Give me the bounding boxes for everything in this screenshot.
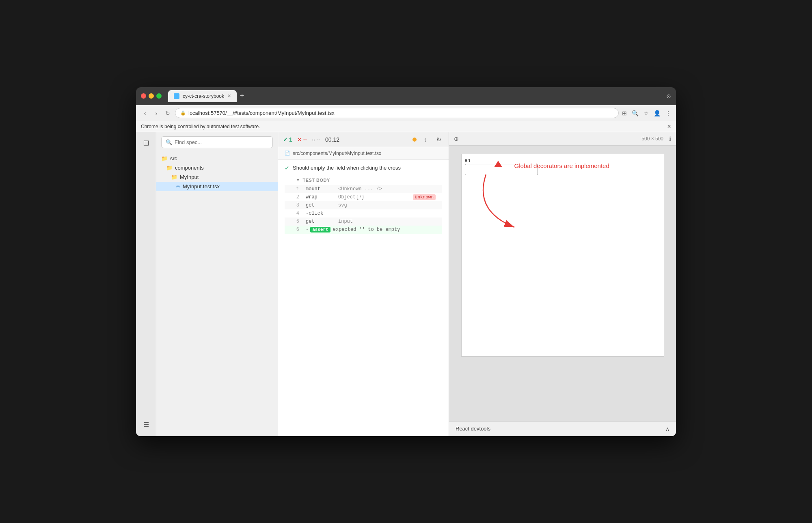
code-table: 1 mount <Unknown ... /> 2 wrap Object{7}…: [285, 185, 442, 234]
test-body-header[interactable]: ▼ TEST BODY: [285, 175, 442, 185]
copy-icon: ❐: [143, 140, 149, 147]
sort-button[interactable]: ↕: [421, 136, 429, 144]
tree-item-myinput[interactable]: 📁 MyInput: [156, 172, 278, 182]
info-icon[interactable]: ℹ: [669, 136, 671, 142]
line-num-5: 5: [291, 219, 299, 224]
tree-label-myinput-test: MyInput.test.tsx: [183, 183, 220, 189]
active-tab[interactable]: cy-ct-cra-storybook ✕: [168, 90, 237, 102]
close-button[interactable]: [141, 93, 146, 99]
annotation-text: Global decorators are implemented: [514, 162, 609, 169]
new-tab-button[interactable]: +: [240, 92, 244, 100]
tab-close-button[interactable]: ✕: [227, 93, 231, 99]
fail-badge: ✕ --: [297, 136, 307, 143]
cmd-get-1: get: [306, 202, 338, 208]
code-row-4[interactable]: 4 -click: [285, 209, 442, 217]
code-row-3[interactable]: 3 get svg: [285, 201, 442, 209]
back-button[interactable]: ‹: [141, 110, 149, 116]
zoom-icon[interactable]: 🔍: [632, 110, 639, 116]
test-file-header: 📄 src/components/MyInput/MyInput.test.ts…: [278, 147, 449, 160]
file-tree: 📁 src 📁 components 📁 MyInput ✳ MyInput.t…: [156, 152, 278, 436]
red-triangle: [494, 161, 502, 167]
maximize-button[interactable]: [156, 93, 162, 99]
test-content: 📄 src/components/MyInput/MyInput.test.ts…: [278, 147, 449, 436]
line-num-6: 6: [291, 227, 299, 232]
minimize-button[interactable]: [149, 93, 154, 99]
chevron-down-icon: ▼: [296, 178, 300, 182]
line-num-4: 4: [291, 211, 299, 216]
preview-toolbar-left: ⊕: [454, 136, 459, 142]
cmd-value-1: <Unknown ... />: [338, 186, 436, 192]
title-bar: cy-ct-cra-storybook ✕ + ⊙: [136, 87, 676, 105]
traffic-lights: [141, 93, 162, 99]
main-content: ❐ ☰ 🔍 📁 src 📁 components: [136, 132, 676, 436]
code-row-1[interactable]: 1 mount <Unknown ... />: [285, 185, 442, 193]
forward-button[interactable]: ›: [152, 110, 160, 116]
extensions-icon[interactable]: ⊞: [622, 110, 627, 116]
reload-tests-button[interactable]: ↻: [434, 136, 444, 144]
check-icon: ✓: [283, 136, 288, 143]
test-suite: ✓ Should empty the field when clicking t…: [278, 160, 449, 238]
tree-item-components[interactable]: 📁 components: [156, 163, 278, 172]
banner-close-button[interactable]: ✕: [667, 124, 671, 129]
devtools-bar[interactable]: React devtools ∧: [449, 421, 676, 436]
svg-marker-1: [494, 161, 502, 167]
line-num-1: 1: [291, 186, 299, 192]
devtools-label: React devtools: [456, 426, 490, 432]
profile-icon[interactable]: 👤: [654, 110, 661, 116]
bookmark-icon[interactable]: ☆: [644, 110, 649, 116]
search-box[interactable]: 🔍: [161, 136, 273, 148]
test-case-row[interactable]: ✓ Should empty the field when clicking t…: [285, 162, 442, 174]
size-label: 500 × 500: [641, 136, 663, 142]
assert-badge: assert: [310, 227, 330, 232]
sidebar: ❐ ☰: [136, 132, 156, 436]
test-body-label: TEST BODY: [302, 178, 330, 183]
en-label: en: [465, 157, 470, 163]
cmd-wrap: wrap: [306, 194, 338, 200]
search-input[interactable]: [175, 139, 268, 145]
reload-button[interactable]: ↻: [164, 110, 172, 116]
devtools-toggle-icon[interactable]: ∧: [665, 426, 669, 432]
cmd-click: -click: [306, 211, 338, 216]
pass-count: 1: [289, 136, 292, 143]
list-icon: ☰: [143, 421, 149, 428]
pending-dashes: --: [317, 136, 320, 143]
test-body-section: ▼ TEST BODY 1 mount <Unknown ... />: [285, 175, 442, 234]
preview-area: en: [449, 146, 676, 421]
tab-label: cy-ct-cra-storybook: [183, 93, 224, 99]
preview-toolbar: ⊕ 500 × 500 ℹ: [449, 132, 676, 146]
address-input[interactable]: 🔒 localhost:57570/__/#tests/component/My…: [175, 108, 619, 118]
tree-label-components: components: [175, 165, 204, 171]
folder-icon: 📁: [166, 165, 173, 171]
code-row-6[interactable]: 6 - assert expected '' to be empty: [285, 226, 442, 234]
unknown-badge: Unknown: [413, 194, 436, 200]
sidebar-copy-icon[interactable]: ❐: [140, 137, 153, 150]
address-bar: ‹ › ↻ 🔒 localhost:57570/__/#tests/compon…: [136, 105, 676, 121]
browser-window: cy-ct-cra-storybook ✕ + ⊙ ‹ › ↻ 🔒 localh…: [136, 87, 676, 436]
code-row-2[interactable]: 2 wrap Object{7} Unknown: [285, 193, 442, 201]
code-row-5[interactable]: 5 get input: [285, 217, 442, 226]
pending-icon: ○: [312, 136, 315, 143]
preview-canvas: en: [461, 154, 664, 357]
cmd-value-3: svg: [338, 202, 436, 208]
tab-bar: cy-ct-cra-storybook ✕ +: [168, 90, 663, 102]
fail-dashes: --: [303, 136, 307, 143]
menu-icon[interactable]: ⋮: [665, 110, 671, 116]
test-toolbar: ✓ 1 ✕ -- ○ -- 00.12 ↕ ↻: [278, 132, 449, 147]
crosshair-icon[interactable]: ⊕: [454, 136, 459, 142]
preview-panel: ⊕ 500 × 500 ℹ en: [449, 132, 676, 436]
tree-item-src[interactable]: 📁 src: [156, 154, 278, 163]
tree-item-myinput-test[interactable]: ✳ MyInput.test.tsx: [156, 182, 278, 191]
cmd-value-5: input: [338, 219, 436, 224]
test-panel: ✓ 1 ✕ -- ○ -- 00.12 ↕ ↻: [278, 132, 449, 436]
file-tree-panel: 🔍 📁 src 📁 components 📁 MyInput ✳: [156, 132, 278, 436]
line-num-3: 3: [291, 202, 299, 208]
preview-white-area: en: [462, 154, 664, 356]
cmd-get-2: get: [306, 219, 338, 224]
tree-label-myinput: MyInput: [180, 174, 199, 180]
tab-favicon: [174, 93, 179, 99]
test-case-label: Should empty the field when clicking the…: [293, 165, 401, 171]
lock-icon: 🔒: [180, 110, 186, 116]
sidebar-list-icon[interactable]: ☰: [140, 418, 153, 431]
expected-text: expected '' to be empty: [333, 227, 400, 232]
pending-badge: ○ --: [312, 136, 320, 143]
